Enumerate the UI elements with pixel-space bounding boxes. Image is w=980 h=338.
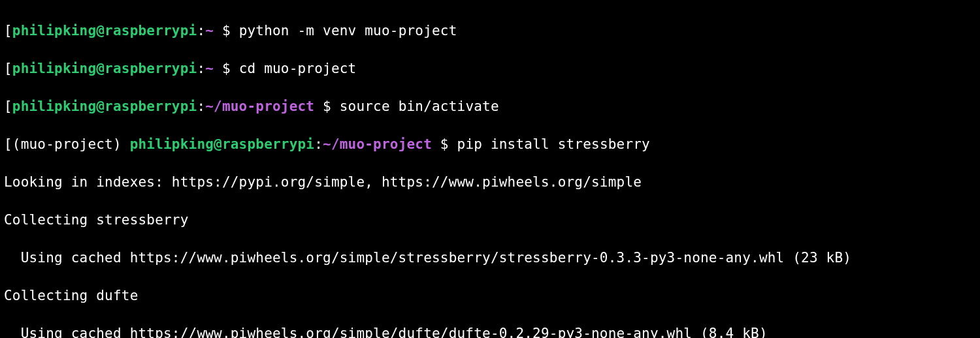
cwd-path: ~/muo-project <box>323 136 432 152</box>
output-line: Collecting stressberry <box>4 211 976 230</box>
command-text: python -m venv muo-project <box>239 23 457 38</box>
output-line: Using cached https://www.piwheels.org/si… <box>4 249 976 268</box>
colon: : <box>197 61 205 76</box>
user-host: philipking@raspberrypi <box>130 136 315 152</box>
colon: : <box>314 136 323 152</box>
cwd-path: ~ <box>205 61 214 76</box>
prompt-line: [philipking@raspberrypi:~ $ python -m ve… <box>4 22 976 40</box>
venv-name: (muo-project) <box>12 136 130 152</box>
prompt-symbol: $ <box>432 136 457 152</box>
output-line: Using cached https://www.piwheels.org/si… <box>4 324 976 338</box>
prompt-symbol: $ <box>214 61 239 76</box>
prompt-line: [philipking@raspberrypi:~ $ cd muo-proje… <box>4 59 976 78</box>
cwd-path: ~/muo-project <box>205 99 314 114</box>
output-line: Collecting dufte <box>4 286 976 305</box>
command-text: pip install stressberry <box>457 136 650 152</box>
bracket-icon: [ <box>4 23 12 38</box>
user-host: philipking@raspberrypi <box>12 61 197 76</box>
prompt-line: [(muo-project) philipking@raspberrypi:~/… <box>4 135 976 154</box>
terminal-output[interactable]: [philipking@raspberrypi:~ $ python -m ve… <box>0 0 980 338</box>
prompt-symbol: $ <box>314 99 340 114</box>
output-line: Looking in indexes: https://pypi.org/sim… <box>4 173 976 192</box>
user-host: philipking@raspberrypi <box>12 99 197 114</box>
bracket-icon: [ <box>4 61 12 76</box>
prompt-symbol: $ <box>214 23 239 38</box>
bracket-icon: [ <box>4 136 12 152</box>
cwd-path: ~ <box>205 23 214 38</box>
bracket-icon: [ <box>4 99 12 114</box>
prompt-line: [philipking@raspberrypi:~/muo-project $ … <box>4 97 976 116</box>
user-host: philipking@raspberrypi <box>12 23 197 38</box>
colon: : <box>197 23 205 38</box>
colon: : <box>197 99 205 114</box>
command-text: source bin/activate <box>340 99 499 114</box>
command-text: cd muo-project <box>239 61 357 76</box>
